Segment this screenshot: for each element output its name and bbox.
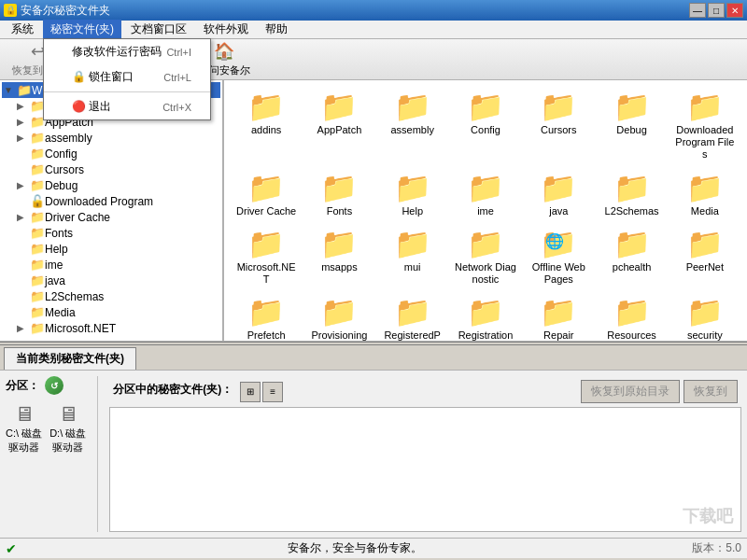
list-view-button[interactable]: ≡ xyxy=(262,382,283,402)
status-icon: ✔ xyxy=(6,541,17,556)
tab-current-secret[interactable]: 当前类别秘密文件(夹) xyxy=(4,347,136,370)
list-item[interactable]: 📁 Help xyxy=(378,169,447,221)
restore-buttons: 恢复到原始目录 恢复到 xyxy=(581,380,738,403)
maximize-button[interactable]: □ xyxy=(708,3,725,18)
list-item[interactable]: 📁 RegisteredP xyxy=(378,293,447,341)
menu-secret-files[interactable]: 秘密文件(夹) xyxy=(43,20,121,39)
list-item[interactable]: 📁 Driver Cache xyxy=(232,169,301,221)
restore-to-original-button[interactable]: 恢复到原始目录 xyxy=(581,380,680,403)
file-grid: 📁 addins 📁 AppPatch 📁 assembly 📁 Config … xyxy=(232,88,740,341)
list-item[interactable]: 📁 Network Diagnostic xyxy=(451,225,520,289)
version-text: 版本：5.0 xyxy=(692,540,741,556)
list-item[interactable]: 📁 Media xyxy=(670,169,740,221)
list-item[interactable]: 📁 Microsoft.NET xyxy=(232,225,301,289)
list-item[interactable]: 📁 Registration xyxy=(451,293,520,341)
title-bar: 🔒 安备尔秘密文件夹 — □ ✕ xyxy=(0,0,747,21)
tree-item-assembly[interactable]: ▶ 📁 assembly xyxy=(2,130,220,146)
file-panel: 📁 addins 📁 AppPatch 📁 assembly 📁 Config … xyxy=(224,80,747,341)
list-item[interactable]: 📁 security xyxy=(670,293,740,341)
dropdown-lock-window[interactable]: 🔒 锁住窗口 Ctrl+L xyxy=(44,64,210,90)
list-item[interactable]: 📁 🌐 Offline Web Pages xyxy=(524,225,593,289)
list-item[interactable]: 📁 Resources xyxy=(597,293,666,341)
tree-item-fonts[interactable]: 📁 Fonts xyxy=(2,225,220,241)
dropdown-change-password[interactable]: 修改软件运行密码 Ctrl+I xyxy=(44,39,210,64)
list-item[interactable]: 📁 Repair xyxy=(524,293,593,341)
view-buttons: ⊞ ≡ xyxy=(240,382,283,402)
menu-bar: 系统 秘密文件(夹) 修改软件运行密码 Ctrl+I 🔒 锁住窗口 Ctrl+L… xyxy=(0,21,747,39)
tree-item-microsoft-net[interactable]: ▶ 📁 Microsoft.NET xyxy=(2,320,220,336)
list-item[interactable]: 📁 Fonts xyxy=(304,169,374,221)
app-title: 安备尔秘密文件夹 xyxy=(21,3,110,19)
list-item[interactable]: 📁 Prefetch xyxy=(232,293,301,341)
list-item[interactable]: 📁 Debug xyxy=(597,88,666,165)
secret-files-section: 分区中的秘密文件(夹)： ⊞ ≡ 恢复到原始目录 恢复到 下载吧 xyxy=(109,376,741,532)
list-item[interactable]: 📁 Downloaded Program Files xyxy=(670,88,740,165)
drive-c[interactable]: 🖥 C:\ 磁盘驱动器 xyxy=(6,402,42,455)
tree-item-downloaded-program[interactable]: 🔓 Downloaded Program xyxy=(2,193,220,209)
list-item[interactable]: 📁 java xyxy=(524,169,593,221)
list-item[interactable]: 📁 AppPatch xyxy=(304,88,374,165)
restore-button[interactable]: 恢复到 xyxy=(684,380,738,403)
tree-item-media[interactable]: 📁 Media xyxy=(2,304,220,320)
list-item[interactable]: 📁 assembly xyxy=(378,88,447,165)
secret-files-content: 下载吧 xyxy=(109,407,741,532)
menu-help[interactable]: 帮助 xyxy=(258,20,295,39)
menu-software-view[interactable]: 软件外观 xyxy=(196,20,256,39)
watermark: 下载吧 xyxy=(683,505,733,527)
dropdown-secret-files: 修改软件运行密码 Ctrl+I 🔒 锁住窗口 Ctrl+L 🔴 退出 Ctrl+… xyxy=(43,38,211,120)
list-item[interactable]: 📁 msapps xyxy=(304,225,374,289)
tree-item-debug[interactable]: ▶ 📁 Debug xyxy=(2,177,220,193)
dropdown-separator xyxy=(44,91,210,92)
tree-item-cursors[interactable]: 📁 Cursors xyxy=(2,161,220,177)
status-bar: ✔ 安备尔，安全与备份专家。 版本：5.0 xyxy=(0,538,747,558)
partition-label: 分区： ↺ xyxy=(6,376,86,395)
list-item[interactable]: 📁 Config xyxy=(451,88,520,165)
secret-files-header: 分区中的秘密文件(夹)： ⊞ ≡ 恢复到原始目录 恢复到 xyxy=(109,376,741,407)
partition-section: 分区： ↺ 🖥 C:\ 磁盘驱动器 🖥 D:\ 磁盘驱动器 xyxy=(6,376,86,532)
minimize-button[interactable]: — xyxy=(689,3,706,18)
tab-bar: 当前类别秘密文件(夹) xyxy=(0,345,747,370)
bottom-panel: 分区： ↺ 🖥 C:\ 磁盘驱动器 🖥 D:\ 磁盘驱动器 分区中的秘密文件(夹… xyxy=(0,370,747,538)
list-item[interactable]: 📁 PeerNet xyxy=(670,225,740,289)
list-item[interactable]: 📁 Provisioning xyxy=(304,293,374,341)
list-item[interactable]: 📁 addins xyxy=(232,88,301,165)
vertical-divider xyxy=(97,376,98,532)
grid-view-button[interactable]: ⊞ xyxy=(240,382,261,402)
list-item[interactable]: 📁 L2Schemas xyxy=(597,169,666,221)
list-item[interactable]: 📁 pchealth xyxy=(597,225,666,289)
list-item[interactable]: 📁 ime xyxy=(451,169,520,221)
close-button[interactable]: ✕ xyxy=(726,3,743,18)
tree-item-l2schemas[interactable]: 📁 L2Schemas xyxy=(2,288,220,304)
partition-icon: ↺ xyxy=(45,376,63,395)
bottom-content: 分区： ↺ 🖥 C:\ 磁盘驱动器 🖥 D:\ 磁盘驱动器 分区中的秘密文件(夹… xyxy=(0,371,747,538)
dropdown-exit[interactable]: 🔴 退出 Ctrl+X xyxy=(44,94,210,119)
tree-toggle-windows[interactable]: ▼ xyxy=(4,85,17,95)
tree-item-driver-cache[interactable]: ▶ 📁 Driver Cache xyxy=(2,209,220,225)
list-item[interactable]: 📁 Cursors xyxy=(524,88,593,165)
menu-system[interactable]: 系统 xyxy=(4,20,41,39)
tree-item-config[interactable]: 📁 Config xyxy=(2,146,220,161)
window-controls: — □ ✕ xyxy=(689,3,743,18)
app-icon: 🔒 xyxy=(4,4,17,17)
tree-item-java[interactable]: 📁 java xyxy=(2,273,220,288)
list-item[interactable]: 📁 mui xyxy=(378,225,447,289)
tree-item-ime[interactable]: 📁 ime xyxy=(2,257,220,273)
tree-item-help[interactable]: 📁 Help xyxy=(2,241,220,257)
status-text: 安备尔，安全与备份专家。 xyxy=(24,540,684,556)
menu-document-window[interactable]: 文档窗口区 xyxy=(123,20,194,39)
drives: 🖥 C:\ 磁盘驱动器 🖥 D:\ 磁盘驱动器 xyxy=(6,402,86,455)
drive-d[interactable]: 🖥 D:\ 磁盘驱动器 xyxy=(49,402,86,455)
